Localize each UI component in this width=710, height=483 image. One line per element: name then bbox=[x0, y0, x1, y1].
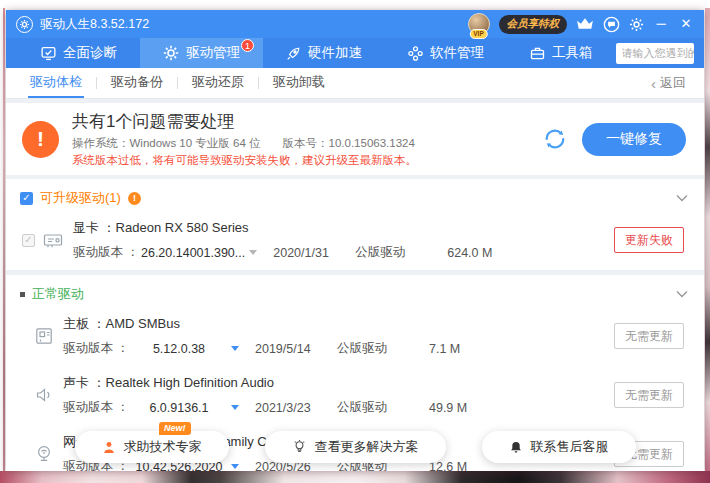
chevron-down-icon[interactable] bbox=[676, 290, 690, 298]
row-checkbox[interactable]: ✓ bbox=[22, 234, 35, 247]
sub-navbar: 驱动体检 驱动备份 驱动还原 驱动卸载 ‹ 返回 bbox=[6, 68, 704, 99]
app-title: 驱动人生8.3.52.172 bbox=[40, 16, 149, 33]
tab-hardware-acceleration[interactable]: 硬件加速 bbox=[263, 38, 385, 68]
normal-section-title: 正常驱动 bbox=[32, 285, 84, 303]
desktop-background-sliver-left bbox=[3, 8, 5, 472]
system-warning-text: 系统版本过低，将有可能导致驱动安装失败，建议升级至最新版本。 bbox=[72, 153, 538, 168]
driver-row-audio: 声卡 ：Realtek High Definition Audio 驱动版本 ：… bbox=[20, 366, 690, 425]
driver-size: 624.0 M bbox=[447, 246, 557, 260]
tab-full-diagnosis[interactable]: 全面诊断 bbox=[18, 38, 140, 68]
desktop-background-sliver-bottom bbox=[0, 471, 710, 483]
scan-summary: ! 共有1个问题需要处理 操作系统：Windows 10 专业版 64 位版本号… bbox=[6, 103, 704, 175]
subtab-driver-restore[interactable]: 驱动还原 bbox=[190, 68, 246, 98]
subtab-driver-checkup[interactable]: 驱动体检 bbox=[28, 68, 84, 98]
chevron-down-icon[interactable] bbox=[676, 194, 690, 202]
driver-source: 公版驱动 bbox=[355, 244, 447, 261]
notification-badge: 1 bbox=[241, 39, 254, 52]
contact-support-button[interactable]: 联系售后客服 bbox=[482, 431, 636, 463]
build-label: 版本号：10.0.15063.1324 bbox=[283, 137, 415, 149]
gear-icon bbox=[163, 45, 179, 61]
select-all-checkbox[interactable]: ✓ bbox=[20, 192, 33, 205]
chevron-left-icon: ‹ bbox=[651, 76, 656, 91]
search-box bbox=[616, 43, 695, 64]
rescan-refresh-icon[interactable] bbox=[544, 128, 566, 150]
close-button[interactable]: ✕ bbox=[678, 16, 694, 32]
device-name: 主板 ：AMD SMBus bbox=[63, 315, 614, 333]
warning-icon: ! bbox=[22, 121, 59, 158]
os-label: 操作系统：Windows 10 专业版 64 位 bbox=[72, 137, 261, 149]
rocket-icon bbox=[286, 46, 301, 61]
desktop-background-sliver-right bbox=[705, 8, 710, 472]
titlebar: 驱动人生8.3.52.172 VIP 会员享特权 ─ ✕ bbox=[6, 10, 704, 38]
driver-row-gpu: ✓ 显卡 ：Radeon RX 580 Series 驱动版本 ： 26.20.… bbox=[20, 211, 690, 270]
user-avatar[interactable]: VIP bbox=[468, 13, 490, 35]
more-solutions-button[interactable]: 查看更多解决方案 bbox=[265, 431, 446, 463]
minimize-button[interactable]: ─ bbox=[653, 16, 669, 32]
new-badge: New! bbox=[159, 422, 191, 435]
driver-date: 2019/5/14 bbox=[255, 342, 337, 356]
driver-date: 2021/3/23 bbox=[255, 401, 337, 415]
system-info: 操作系统：Windows 10 专业版 64 位版本号：10.0.15063.1… bbox=[72, 136, 538, 151]
content-area: ! 共有1个问题需要处理 操作系统：Windows 10 专业版 64 位版本号… bbox=[6, 99, 704, 471]
update-failed-button[interactable]: 更新失败 bbox=[614, 227, 684, 253]
upgradable-section-title: 可升级驱动(1) bbox=[40, 189, 121, 207]
version-dropdown-icon[interactable] bbox=[231, 405, 239, 410]
gpu-card-icon bbox=[43, 232, 63, 249]
upgradable-drivers-section: ✓ 可升级驱动(1) ! ✓ 显卡 ：Radeon RX 580 Series … bbox=[6, 179, 704, 270]
tab-software-management[interactable]: 软件管理 bbox=[385, 38, 507, 68]
driver-size: 49.9 M bbox=[429, 401, 539, 415]
no-update-needed-button[interactable]: 无需更新 bbox=[614, 323, 684, 349]
bullet-icon bbox=[20, 292, 25, 297]
tab-driver-management[interactable]: 驱动管理 1 bbox=[140, 38, 263, 68]
speaker-icon bbox=[35, 386, 53, 404]
toolbox-icon bbox=[530, 46, 545, 61]
driver-version: 6.0.9136.1 bbox=[129, 401, 229, 415]
warning-dot-icon: ! bbox=[128, 192, 141, 205]
subtab-driver-uninstall[interactable]: 驱动卸载 bbox=[271, 68, 327, 98]
back-button[interactable]: ‹ 返回 bbox=[651, 68, 686, 98]
summary-title: 共有1个问题需要处理 bbox=[72, 110, 538, 133]
no-update-needed-button[interactable]: 无需更新 bbox=[614, 382, 684, 408]
ask-expert-button[interactable]: 求助技术专家 New! bbox=[75, 431, 229, 463]
support-chat-icon[interactable] bbox=[603, 16, 620, 33]
driver-date: 2020/1/31 bbox=[273, 246, 355, 260]
driver-source: 公版驱动 bbox=[337, 340, 429, 357]
tab-toolbox[interactable]: 工具箱 bbox=[507, 38, 616, 68]
driver-row-mainboard: 主板 ：AMD SMBus 驱动版本 ： 5.12.0.38 2019/5/14… bbox=[20, 307, 690, 366]
settings-gear-icon[interactable] bbox=[629, 17, 644, 32]
mainboard-icon bbox=[35, 327, 53, 345]
version-dropdown-icon[interactable] bbox=[231, 346, 239, 351]
bell-icon bbox=[509, 440, 523, 455]
vip-membership-button[interactable]: 会员享特权 bbox=[499, 15, 568, 34]
device-name: 声卡 ：Realtek High Definition Audio bbox=[63, 374, 614, 392]
software-icon bbox=[408, 46, 423, 61]
person-icon bbox=[102, 440, 116, 455]
driver-size: 7.1 M bbox=[429, 342, 539, 356]
app-window: 驱动人生8.3.52.172 VIP 会员享特权 ─ ✕ bbox=[6, 10, 704, 471]
version-dropdown-icon[interactable] bbox=[231, 464, 239, 469]
main-navbar: 全面诊断 驱动管理 1 硬件加速 软件管理 工具箱 bbox=[6, 38, 704, 68]
one-click-fix-button[interactable]: 一键修复 bbox=[582, 123, 686, 156]
version-dropdown-icon[interactable] bbox=[249, 250, 257, 255]
driver-version: 26.20.14001.390... bbox=[139, 246, 247, 260]
footer-quick-actions: 求助技术专家 New! 查看更多解决方案 联系售后客服 bbox=[6, 431, 704, 463]
subtab-driver-backup[interactable]: 驱动备份 bbox=[109, 68, 165, 98]
app-logo-icon bbox=[16, 16, 33, 33]
device-name: 显卡 ：Radeon RX 580 Series bbox=[73, 219, 614, 237]
driver-source: 公版驱动 bbox=[337, 399, 429, 416]
driver-version: 5.12.0.38 bbox=[129, 342, 229, 356]
diagnosis-icon bbox=[41, 46, 56, 61]
search-input[interactable] bbox=[616, 43, 695, 64]
lightbulb-icon bbox=[292, 439, 307, 455]
crown-icon[interactable] bbox=[576, 17, 594, 31]
